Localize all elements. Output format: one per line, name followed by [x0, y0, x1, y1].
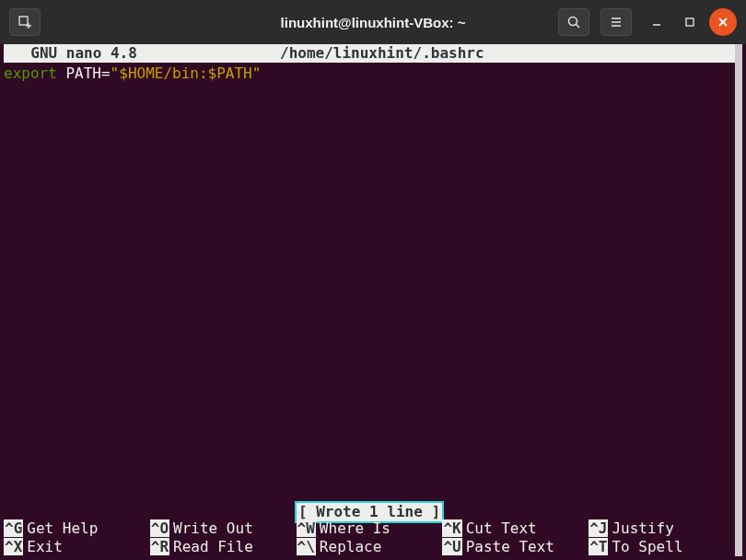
maximize-button[interactable]: [676, 8, 704, 36]
nano-footer: [ Wrote 1 line ] ^GGet Help ^XExit ^OWri…: [4, 501, 735, 556]
shortcut-desc: Where Is: [316, 519, 390, 537]
shortcut-key: ^K: [442, 519, 461, 537]
terminal-plus-icon: [17, 15, 32, 29]
shortcut-help: ^GGet Help ^XExit ^OWrite Out ^RRead Fil…: [4, 519, 735, 556]
shortcut-col: ^WWhere Is ^\Replace: [297, 519, 443, 556]
maximize-icon: [684, 17, 695, 28]
search-icon: [566, 15, 581, 29]
shortcut-desc: To Spell: [608, 538, 682, 555]
string-value: "$HOME/bin:$PATH": [111, 64, 262, 82]
shortcut-desc: Paste Text: [462, 538, 554, 555]
shortcut-col: ^KCut Text ^UPaste Text: [442, 519, 589, 556]
shortcut-key: ^R: [150, 538, 169, 555]
shortcut-desc: Exit: [23, 538, 63, 555]
variable-name: PATH=: [65, 64, 110, 82]
shortcut-desc: Read File: [169, 538, 253, 555]
minimize-button[interactable]: [643, 8, 670, 36]
shortcut-key: ^U: [442, 538, 461, 555]
shortcut-col: ^OWrite Out ^RRead File: [150, 519, 297, 556]
shortcut-key: ^T: [589, 538, 608, 555]
editor-area[interactable]: export PATH="$HOME/bin:$PATH": [4, 63, 735, 85]
shortcut-key: ^G: [4, 519, 23, 537]
nano-app-label: GNU nano 4.8: [4, 44, 280, 63]
shortcut-desc: Get Help: [23, 519, 98, 537]
svg-rect-9: [686, 18, 694, 26]
menu-button[interactable]: [600, 8, 632, 36]
close-icon: [717, 17, 729, 28]
editor-line: export PATH="$HOME/bin:$PATH": [4, 64, 735, 83]
close-button[interactable]: [709, 8, 737, 36]
status-message-line: [ Wrote 1 line ]: [4, 501, 735, 519]
shortcut-col: ^JJustify ^TTo Spell: [589, 519, 735, 556]
search-button[interactable]: [558, 8, 589, 36]
shortcut-key: ^X: [4, 538, 23, 555]
shortcut-key: ^O: [150, 519, 169, 537]
hamburger-icon: [609, 15, 624, 29]
minimize-icon: [651, 17, 662, 28]
svg-rect-0: [19, 17, 28, 25]
nano-file-path: /home/linuxhint/.bashrc: [280, 44, 484, 63]
terminal-body[interactable]: GNU nano 4.8 /home/linuxhint/.bashrc exp…: [4, 44, 742, 556]
window-titlebar: linuxhint@linuxhint-VBox: ~: [0, 0, 746, 44]
nano-statusbar: GNU nano 4.8 /home/linuxhint/.bashrc: [4, 44, 735, 63]
new-tab-button[interactable]: [9, 8, 41, 36]
shortcut-desc: Justify: [608, 519, 673, 537]
shortcut-col: ^GGet Help ^XExit: [4, 519, 150, 556]
syntax-keyword: export: [4, 64, 57, 82]
shortcut-desc: Replace: [316, 538, 381, 555]
svg-point-3: [569, 18, 577, 26]
shortcut-desc: Cut Text: [462, 519, 537, 537]
svg-line-4: [577, 25, 580, 29]
shortcut-desc: Write Out: [169, 519, 253, 537]
shortcut-key: ^W: [297, 519, 316, 537]
shortcut-key: ^J: [589, 519, 608, 537]
shortcut-key: ^\: [297, 538, 316, 555]
window-title: linuxhint@linuxhint-VBox: ~: [281, 15, 466, 30]
